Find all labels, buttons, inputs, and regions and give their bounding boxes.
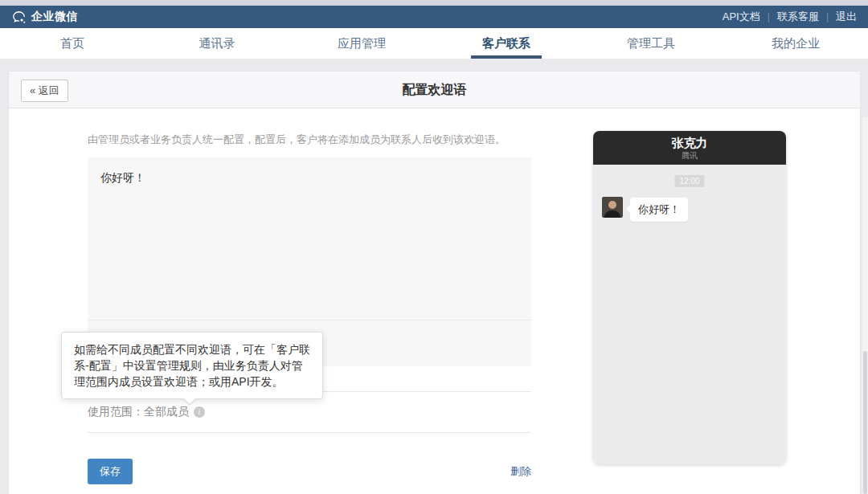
- separator: |: [768, 11, 770, 22]
- brand-name: 企业微信: [31, 10, 78, 24]
- delete-link[interactable]: 删除: [510, 464, 531, 479]
- page-title: 配置欢迎语: [9, 71, 860, 108]
- chat-preview-header: 张克力 腾讯: [593, 131, 786, 165]
- message-row: 你好呀！: [602, 197, 688, 222]
- tab-home[interactable]: 首页: [0, 28, 145, 59]
- scrollbar[interactable]: [862, 117, 868, 494]
- tab-app-management[interactable]: 应用管理: [289, 28, 434, 59]
- brand: 企业微信: [11, 10, 78, 25]
- panel-body: 由管理员或者业务负责人统一配置，配置后，客户将在添加成员为联系人后收到该欢迎语。…: [9, 108, 860, 493]
- welcome-message-form: 由管理员或者业务负责人统一配置，配置后，客户将在添加成员为联系人后收到该欢迎语。…: [88, 108, 531, 484]
- tab-contacts[interactable]: 通讯录: [145, 28, 289, 59]
- info-icon[interactable]: i: [194, 406, 205, 418]
- chat-preview: 张克力 腾讯 12:00 你好呀！: [593, 131, 786, 464]
- window-top-edge: [0, 0, 868, 6]
- tab-my-company[interactable]: 我的企业: [723, 28, 868, 59]
- tab-management-tools[interactable]: 管理工具: [579, 28, 723, 59]
- contact-avatar: [602, 197, 623, 218]
- description: 由管理员或者业务负责人统一配置，配置后，客户将在添加成员为联系人后收到该欢迎语。: [88, 133, 531, 147]
- contact-name: 张克力: [593, 136, 786, 150]
- chat-preview-body: 12:00 你好呀！: [593, 165, 786, 464]
- scope-label: 使用范围：: [88, 405, 144, 419]
- action-bar: 保存 删除: [88, 459, 531, 484]
- topbar-link-logout[interactable]: 退出: [836, 10, 857, 24]
- wechat-work-logo-icon: [11, 10, 27, 25]
- topbar: 企业微信 API文档 | 联系客服 | 退出: [0, 6, 868, 28]
- timestamp-badge: 12:00: [674, 175, 704, 187]
- scrollbar-thumb[interactable]: [863, 351, 867, 494]
- save-button[interactable]: 保存: [88, 459, 133, 484]
- contact-company: 腾讯: [593, 150, 786, 161]
- topbar-link-api-docs[interactable]: API文档: [723, 10, 760, 24]
- panel-header: « 返回 配置欢迎语: [9, 71, 860, 108]
- back-button[interactable]: « 返回: [21, 80, 68, 102]
- divider: [88, 432, 531, 433]
- tab-customer-contact[interactable]: 客户联系: [434, 28, 579, 59]
- content-panel: « 返回 配置欢迎语 由管理员或者业务负责人统一配置，配置后，客户将在添加成员为…: [8, 71, 861, 494]
- separator: |: [826, 11, 829, 22]
- topbar-links: API文档 | 联系客服 | 退出: [723, 10, 857, 24]
- welcome-message-input[interactable]: 你好呀！: [88, 157, 531, 320]
- topbar-link-support[interactable]: 联系客服: [777, 10, 819, 24]
- scope-tooltip-text: 如需给不同成员配置不同欢迎语，可在「客户联系-配置」中设置管理规则，由业务负责人…: [74, 343, 310, 388]
- scope-tooltip: 如需给不同成员配置不同欢迎语，可在「客户联系-配置」中设置管理规则，由业务负责人…: [61, 332, 323, 399]
- scope-value: 全部成员: [144, 405, 189, 419]
- main-nav: 首页 通讯录 应用管理 客户联系 管理工具 我的企业: [0, 28, 868, 59]
- page-background: « 返回 配置欢迎语 由管理员或者业务负责人统一配置，配置后，客户将在添加成员为…: [0, 59, 868, 494]
- message-bubble: 你好呀！: [630, 198, 688, 222]
